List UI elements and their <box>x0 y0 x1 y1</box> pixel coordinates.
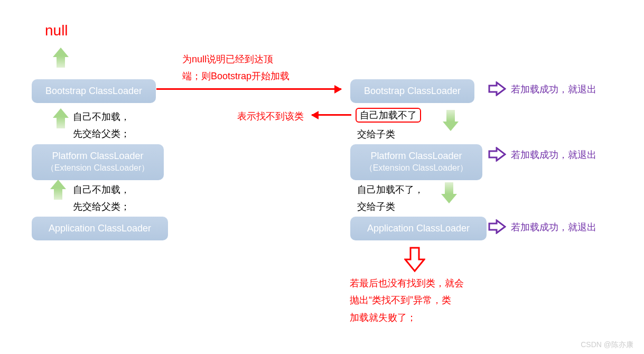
center-note-left: 表示找不到该类 <box>237 108 304 125</box>
text-line: 为null说明已经到达顶 <box>182 54 273 64</box>
purple-success-1: 若加载成功，就退出 <box>511 83 596 96</box>
arrow-up-icon <box>53 108 69 129</box>
right-platform-label: Platform ClassLoader <box>370 151 462 162</box>
arrow-up-icon <box>53 48 69 69</box>
right-bootstrap-box: Bootstrap ClassLoader <box>350 79 474 103</box>
arrow-right-hollow-icon <box>488 81 506 96</box>
left-application-label: Application ClassLoader <box>49 223 151 234</box>
arrow-up-icon <box>50 180 66 201</box>
text-line: 若最后也没有找到类，就会 <box>350 278 464 288</box>
arrow-right-hollow-icon <box>488 147 506 162</box>
right-fail-2: 自己加载不了， 交给子类 <box>357 181 424 216</box>
right-fail-1-sub: 交给子类 <box>357 126 395 143</box>
arrow-down-icon <box>443 110 459 131</box>
bottom-note: 若最后也没有找到类，就会 抛出“类找不到”异常，类 加载就失败了； <box>350 275 464 326</box>
text-line: 先交给父类； <box>73 201 130 212</box>
arrow-left-icon <box>312 114 351 116</box>
text-line: 自己不加载， <box>73 184 130 195</box>
text-line: 端；则Bootstrap开始加载 <box>182 71 290 81</box>
null-label: null <box>45 22 68 39</box>
left-application-box: Application ClassLoader <box>32 217 168 240</box>
text-line: 自己加载不了， <box>357 184 424 195</box>
arrow-right-hollow-icon <box>488 219 506 234</box>
purple-success-3: 若加载成功，就退出 <box>511 221 596 234</box>
purple-success-2: 若加载成功，就退出 <box>511 148 596 161</box>
watermark: CSDN @陈亦康 <box>581 340 633 350</box>
arrow-right-icon <box>156 88 341 90</box>
right-bootstrap-label: Bootstrap ClassLoader <box>364 86 461 97</box>
arrow-down-hollow-icon <box>404 247 425 272</box>
left-bootstrap-label: Bootstrap ClassLoader <box>45 86 142 97</box>
text-line: 加载就失败了； <box>350 312 416 323</box>
text-line: 抛出“类找不到”异常，类 <box>350 295 451 305</box>
left-bootstrap-box: Bootstrap ClassLoader <box>32 79 156 103</box>
right-platform-box: Platform ClassLoader （Extension ClassLoa… <box>350 144 482 180</box>
left-platform-sub: （Extension ClassLoader） <box>46 163 150 174</box>
left-note-2: 自己不加载， 先交给父类； <box>73 181 130 216</box>
left-platform-label: Platform ClassLoader <box>52 151 143 162</box>
right-platform-sub: （Extension ClassLoader） <box>365 163 469 174</box>
left-platform-box: Platform ClassLoader （Extension ClassLoa… <box>32 144 164 180</box>
right-application-box: Application ClassLoader <box>350 217 487 240</box>
arrow-down-icon <box>441 182 457 203</box>
text-line: 先交给父类； <box>73 128 130 139</box>
text-line: 自己不加载， <box>73 111 130 122</box>
right-application-label: Application ClassLoader <box>367 223 470 234</box>
center-note-top: 为null说明已经到达顶 端；则Bootstrap开始加载 <box>182 51 290 85</box>
right-fail-1: 自己加载不了 <box>356 108 421 123</box>
left-note-1: 自己不加载， 先交给父类； <box>73 108 130 143</box>
text-line: 交给子类 <box>357 201 395 212</box>
